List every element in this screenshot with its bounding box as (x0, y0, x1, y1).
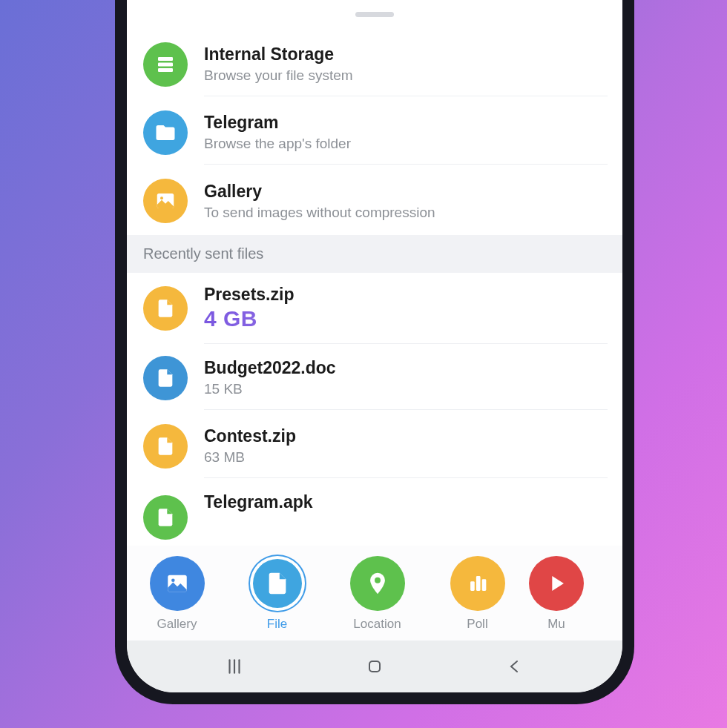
source-internal-storage[interactable]: Internal Storage Browse your file system (127, 30, 622, 99)
tab-label: Poll (467, 617, 487, 632)
tab-location[interactable]: Location (327, 556, 427, 632)
tab-label: Mu (547, 617, 565, 632)
tab-label: Location (353, 617, 401, 632)
storage-icon (143, 42, 188, 87)
recent-file-row[interactable]: Telegram.apk (127, 480, 622, 512)
sheet-drag-handle[interactable] (355, 12, 394, 17)
svg-point-7 (375, 578, 381, 583)
recents-button[interactable] (223, 655, 246, 678)
source-subtitle: To send images without compression (204, 205, 608, 221)
svg-rect-1 (158, 63, 173, 67)
source-subtitle: Browse the app's folder (204, 136, 608, 152)
source-title: Gallery (204, 182, 608, 202)
svg-rect-9 (476, 576, 480, 591)
svg-point-4 (160, 196, 163, 199)
image-icon (143, 179, 188, 223)
phone-frame: Internal Storage Browse your file system… (115, 0, 634, 704)
attachment-sheet: Internal Storage Browse your file system… (127, 30, 622, 546)
pin-icon (350, 556, 405, 611)
tab-music[interactable]: Mu (523, 556, 590, 632)
home-button[interactable] (364, 655, 386, 678)
file-size-highlight: 4 GB (204, 306, 608, 331)
svg-rect-10 (481, 579, 486, 591)
file-title: Contest.zip (204, 426, 608, 446)
svg-rect-14 (369, 661, 380, 672)
source-telegram-folder[interactable]: Telegram Browse the app's folder (127, 99, 622, 167)
play-icon (529, 556, 584, 611)
file-title: Telegram.apk (204, 492, 608, 512)
source-gallery[interactable]: Gallery To send images without compressi… (127, 167, 622, 235)
file-text: Telegram.apk (204, 492, 608, 524)
tab-label: File (267, 617, 287, 632)
source-title: Internal Storage (204, 44, 608, 64)
image-icon (150, 556, 205, 611)
svg-point-6 (171, 578, 175, 582)
source-text: Gallery To send images without compressi… (204, 182, 608, 233)
file-text: Contest.zip 63 MB (204, 426, 608, 478)
background: Internal Storage Browse your file system… (0, 0, 727, 728)
recent-file-row[interactable]: Budget2022.doc 15 KB (127, 344, 622, 412)
file-text: Budget2022.doc 15 KB (204, 358, 608, 410)
file-text: Presets.zip 4 GB (204, 285, 608, 344)
screen: Internal Storage Browse your file system… (127, 0, 622, 692)
recent-file-row[interactable]: Contest.zip 63 MB (127, 412, 622, 480)
source-subtitle: Browse your file system (204, 67, 608, 84)
file-title: Budget2022.doc (204, 358, 608, 378)
svg-rect-2 (158, 68, 173, 72)
file-icon (143, 356, 188, 400)
file-icon (250, 556, 305, 611)
file-icon (143, 495, 188, 540)
attachment-tabs: Gallery File Location (127, 546, 622, 641)
android-nav-bar (127, 641, 622, 692)
source-text: Telegram Browse the app's folder (204, 113, 608, 165)
back-button[interactable] (504, 655, 526, 678)
file-title: Presets.zip (204, 285, 608, 305)
tab-gallery[interactable]: Gallery (127, 556, 227, 632)
file-icon (143, 424, 188, 469)
poll-icon (450, 556, 505, 611)
source-text: Internal Storage Browse your file system (204, 44, 608, 96)
svg-rect-0 (158, 57, 173, 61)
tab-poll[interactable]: Poll (427, 556, 527, 632)
tab-label: Gallery (157, 617, 197, 632)
folder-icon (143, 110, 188, 155)
source-title: Telegram (204, 113, 608, 133)
tab-file[interactable]: File (227, 556, 327, 632)
file-size: 63 MB (204, 449, 608, 466)
recent-file-row[interactable]: Presets.zip 4 GB (127, 273, 622, 344)
recent-header: Recently sent files (127, 235, 622, 273)
svg-rect-8 (470, 581, 475, 591)
file-icon (143, 286, 188, 331)
file-size: 15 KB (204, 381, 608, 397)
